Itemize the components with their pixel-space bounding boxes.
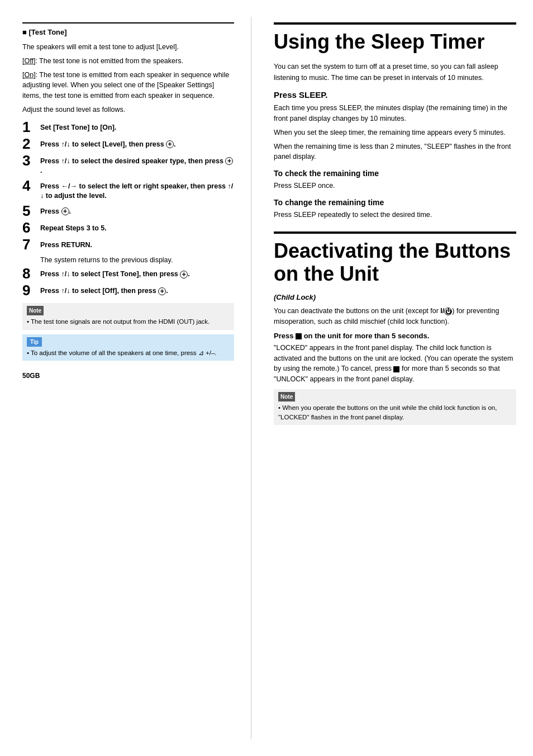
step-6-text: Repeat Steps 3 to 5. bbox=[40, 221, 107, 234]
tip-box: Tip • To adjust the volume of all the sp… bbox=[22, 334, 234, 361]
check-remaining-text: Press SLEEP once. bbox=[274, 181, 516, 191]
step-4: 4 Press ←/→ to select the left or right … bbox=[22, 179, 234, 201]
timer-note2: When the remaining time is less than 2 m… bbox=[274, 141, 516, 163]
off-text: [Off]: The test tone is not emitted from… bbox=[22, 56, 234, 67]
step-2-number: 2 bbox=[22, 136, 40, 151]
step-5: 5 Press +. bbox=[22, 205, 234, 218]
step-8-number: 8 bbox=[22, 266, 40, 281]
press-stop-heading: Press on the unit for more than 5 second… bbox=[274, 332, 516, 340]
test-tone-title: [Test Tone] bbox=[22, 28, 234, 36]
locked-text: "LOCKED" appears in the front panel disp… bbox=[274, 343, 516, 385]
step-1: 1 Set [Test Tone] to [On]. bbox=[22, 121, 234, 134]
step-6: 6 Repeat Steps 3 to 5. bbox=[22, 221, 234, 235]
note-label: Note bbox=[27, 306, 44, 315]
step-5-number: 5 bbox=[22, 204, 40, 218]
intro1-text: The speakers will emit a test tone to ad… bbox=[22, 42, 234, 53]
step-2: 2 Press ↑/↓ to select [Level], then pres… bbox=[22, 138, 234, 151]
step-3-text: Press ↑/↓ to select the desired speaker … bbox=[40, 154, 234, 176]
step-4-number: 4 bbox=[22, 178, 40, 193]
test-tone-section-header: [Test Tone] bbox=[22, 22, 234, 36]
sleep-timer-section: Using the Sleep Timer You can set the sy… bbox=[274, 22, 516, 220]
circle-plus-icon: + bbox=[166, 140, 174, 148]
step-9-text: Press ↑/↓ to select [Off], then press +. bbox=[40, 284, 168, 296]
circle-plus-icon-3: + bbox=[225, 157, 233, 165]
step-7-text: Press RETURN. bbox=[40, 238, 92, 251]
tip-label: Tip bbox=[27, 337, 42, 347]
step-1-number: 1 bbox=[22, 120, 40, 134]
deactivating-note-text: • When you operate the buttons on the un… bbox=[278, 403, 512, 423]
step-5-text: Press +. bbox=[40, 205, 71, 217]
deactivating-title: Deactivating the Buttons on the Unit bbox=[274, 239, 516, 286]
step-1-text: Set [Test Tone] to [On]. bbox=[40, 121, 116, 133]
change-remaining-heading: To change the remaining time bbox=[274, 198, 516, 207]
check-remaining-heading: To check the remaining time bbox=[274, 169, 516, 178]
on-text: [On]: The test tone is emitted from each… bbox=[22, 70, 234, 101]
step-4-text: Press ←/→ to select the left or right sp… bbox=[40, 179, 234, 201]
press-sleep-heading: Press SLEEP. bbox=[274, 90, 516, 100]
sleep-timer-title: Using the Sleep Timer bbox=[274, 22, 516, 53]
step-7: 7 Press RETURN. The system returns to th… bbox=[22, 238, 234, 266]
circle-plus-icon-5: + bbox=[61, 207, 69, 215]
note-box: Note • The test tone signals are not out… bbox=[22, 303, 234, 329]
child-lock-intro: You can deactivate the buttons on the un… bbox=[274, 306, 516, 327]
page-number: 50GB bbox=[22, 372, 234, 380]
step-3-number: 3 bbox=[22, 153, 40, 168]
deactivating-note-box: Note • When you operate the buttons on t… bbox=[274, 389, 516, 426]
step-8-text: Press ↑/↓ to select [Test Tone], then pr… bbox=[40, 267, 190, 280]
timer-note1: When you set the sleep timer, the remain… bbox=[274, 127, 516, 138]
sleep-timer-intro: You can set the system to turn off at a … bbox=[274, 61, 516, 83]
circle-plus-icon-8: + bbox=[180, 271, 188, 278]
stop-icon bbox=[296, 333, 302, 339]
step-8: 8 Press ↑/↓ to select [Test Tone], then … bbox=[22, 267, 234, 281]
child-lock-label: (Child Lock) bbox=[274, 293, 516, 301]
step-6-number: 6 bbox=[22, 220, 40, 235]
deactivating-note-label: Note bbox=[278, 392, 295, 401]
step-3: 3 Press ↑/↓ to select the desired speake… bbox=[22, 154, 234, 176]
step-9-number: 9 bbox=[22, 283, 40, 297]
tip-text: • To adjust the volume of all the speake… bbox=[27, 348, 230, 358]
adjust-text: Adjust the sound level as follows. bbox=[22, 105, 234, 115]
change-remaining-text: Press SLEEP repeatedly to select the des… bbox=[274, 210, 516, 220]
right-column: Using the Sleep Timer You can set the sy… bbox=[251, 17, 533, 739]
step-9: 9 Press ↑/↓ to select [Off], then press … bbox=[22, 284, 234, 297]
circle-plus-icon-9: + bbox=[158, 287, 166, 295]
step-7-number: 7 bbox=[22, 237, 40, 252]
section-divider bbox=[274, 231, 516, 234]
steps-list: 1 Set [Test Tone] to [On]. 2 Press ↑/↓ t… bbox=[22, 121, 234, 298]
stop-icon-cancel bbox=[393, 366, 399, 372]
step-2-text: Press ↑/↓ to select [Level], then press … bbox=[40, 138, 176, 150]
step-7-sub: The system returns to the previous displ… bbox=[40, 255, 234, 266]
page: [Test Tone] The speakers will emit a tes… bbox=[0, 0, 533, 756]
deactivating-buttons-section: Deactivating the Buttons on the Unit (Ch… bbox=[274, 231, 516, 426]
note-text: • The test tone signals are not output f… bbox=[27, 317, 230, 327]
left-column: [Test Tone] The speakers will emit a tes… bbox=[0, 17, 251, 739]
press-sleep-text: Each time you press SLEEP, the minutes d… bbox=[274, 103, 516, 124]
